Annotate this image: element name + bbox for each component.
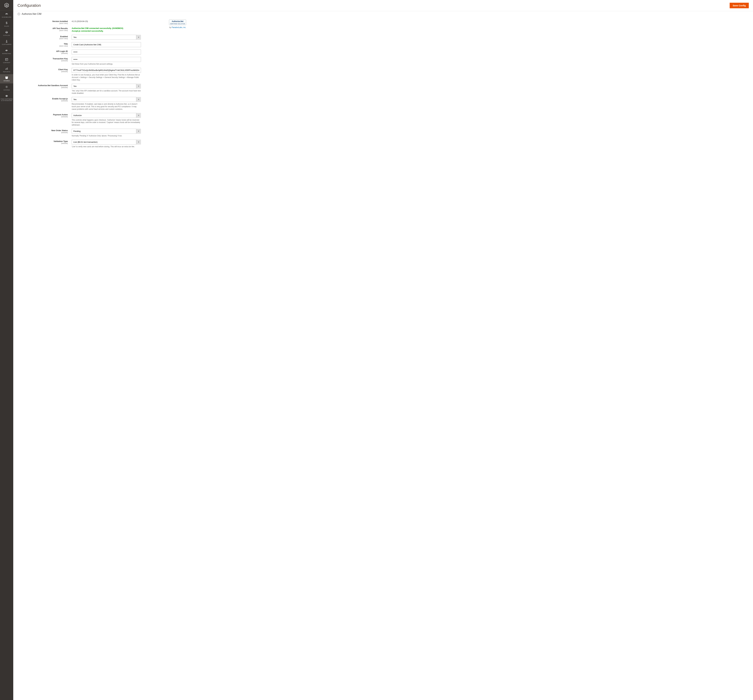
nav-sales[interactable]: $ SALES bbox=[0, 20, 13, 29]
field-scope: [store view] bbox=[17, 22, 68, 24]
field-api-login: API Login ID [website] bbox=[17, 50, 156, 55]
field-title: Title [store view] bbox=[17, 42, 156, 47]
field-note: This controls what happens upon checkout… bbox=[72, 119, 141, 126]
svg-rect-7 bbox=[7, 68, 8, 70]
vendor-credit: by ParadoxLabs, inc. bbox=[161, 27, 186, 28]
megaphone-icon bbox=[1, 49, 12, 52]
field-note: In order to use Accept.js, you must ente… bbox=[72, 73, 141, 81]
svg-rect-5 bbox=[5, 69, 6, 70]
store-icon bbox=[1, 76, 12, 80]
field-scope: [website] bbox=[17, 116, 68, 118]
vendor-link[interactable]: ParadoxLabs, inc. bbox=[172, 27, 186, 28]
client-key-input[interactable] bbox=[72, 68, 141, 73]
field-label: Enable Accept.js bbox=[17, 98, 68, 100]
field-label: Authorize.Net Sandbox Account bbox=[17, 84, 68, 87]
nav-customers[interactable]: CUSTOMERS bbox=[0, 38, 13, 47]
field-label: Payment Action bbox=[17, 114, 68, 116]
field-scope: [website] bbox=[17, 132, 68, 133]
field-scope: [website] bbox=[17, 142, 68, 144]
field-api-test: API Test Results [store view] Authorize.… bbox=[17, 27, 156, 32]
order-status-select[interactable]: Pending bbox=[72, 129, 141, 134]
field-label: API Login ID bbox=[17, 50, 68, 52]
nav-catalog[interactable]: CATALOG bbox=[0, 29, 13, 38]
field-label: New Order Status bbox=[17, 129, 68, 132]
nav-stores[interactable]: STORES bbox=[0, 74, 13, 83]
field-note: 'Live' to verify new cards are real befo… bbox=[72, 145, 141, 148]
field-client-key: Client Key [website] In order to use Acc… bbox=[17, 68, 156, 81]
nav-marketing[interactable]: MARKETING bbox=[0, 47, 13, 56]
field-label: Client Key bbox=[17, 69, 68, 70]
field-note: Recommended. If enabled, card data is se… bbox=[72, 103, 141, 110]
field-label: API Test Results bbox=[17, 27, 68, 30]
field-label: Title bbox=[17, 43, 68, 45]
nav-partners[interactable]: FIND PARTNERS & EXTENSIONS bbox=[0, 92, 13, 103]
bar-chart-icon bbox=[1, 67, 12, 70]
gauge-icon bbox=[1, 12, 12, 16]
field-transaction-key: Transaction Key [website] Get these from… bbox=[17, 57, 156, 65]
magento-logo[interactable] bbox=[0, 0, 13, 11]
title-input[interactable] bbox=[72, 42, 141, 47]
field-version: Version Installed [store view] 4.2.0 (20… bbox=[17, 20, 156, 24]
box-icon bbox=[1, 31, 12, 34]
field-payment-action: Payment Action [website] Authorize ▼ Thi… bbox=[17, 113, 156, 126]
field-sandbox: Authorize.Net Sandbox Account [website] … bbox=[17, 84, 156, 95]
field-note: Get these from your Authorize.Net accoun… bbox=[72, 63, 141, 65]
api-test-result: Authorize.Net CIM connected successfully… bbox=[72, 27, 141, 32]
acceptjs-select[interactable]: Yes bbox=[72, 97, 141, 102]
field-label: Enabled bbox=[17, 35, 68, 37]
section-title: Authorize.Net CIM bbox=[22, 12, 41, 16]
field-scope: [website] bbox=[17, 87, 68, 88]
field-scope: [store view] bbox=[17, 37, 68, 39]
transaction-key-input[interactable] bbox=[72, 57, 141, 62]
person-icon bbox=[1, 40, 12, 43]
field-scope: [website] bbox=[17, 70, 68, 72]
field-label: Version Installed bbox=[17, 20, 68, 22]
sandbox-select[interactable]: Yes bbox=[72, 84, 141, 89]
dollar-icon: $ bbox=[1, 21, 12, 25]
enabled-select[interactable]: Yes bbox=[72, 35, 141, 40]
field-acceptjs: Enable Accept.js [website] Yes ▼ Recomme… bbox=[17, 97, 156, 110]
partners-icon bbox=[1, 94, 12, 98]
field-scope: [store view] bbox=[17, 30, 68, 31]
svg-rect-2 bbox=[5, 58, 8, 61]
svg-text:$: $ bbox=[6, 22, 7, 25]
payment-action-select[interactable]: Authorize bbox=[72, 113, 141, 118]
svg-point-1 bbox=[6, 40, 7, 41]
field-enabled: Enabled [store view] Yes ▼ bbox=[17, 35, 156, 40]
field-scope: [website] bbox=[17, 60, 68, 62]
svg-rect-6 bbox=[6, 68, 7, 70]
layout-icon bbox=[1, 58, 12, 61]
field-label: Transaction Key bbox=[17, 58, 68, 60]
api-login-input[interactable] bbox=[72, 50, 141, 55]
field-scope: [website] bbox=[17, 52, 68, 54]
svg-point-8 bbox=[6, 86, 7, 87]
save-config-button[interactable]: Save Config bbox=[730, 3, 749, 8]
version-value: 4.2.0 (2019-04-23) bbox=[72, 20, 141, 22]
nav-system[interactable]: SYSTEM bbox=[0, 83, 13, 92]
nav-dashboard[interactable]: DASHBOARD bbox=[0, 11, 13, 20]
collapse-icon bbox=[17, 12, 20, 16]
page-title: Configuration bbox=[17, 3, 41, 8]
field-note: Normally 'Pending' if 'Authorize Only' a… bbox=[72, 134, 141, 137]
field-scope: [store view] bbox=[17, 45, 68, 47]
gear-icon bbox=[1, 85, 12, 89]
field-note: 'Yes' only if the API credentials are fo… bbox=[72, 90, 141, 95]
field-label: Validation Type bbox=[17, 140, 68, 142]
section-toggle-authnet[interactable]: Authorize.Net CIM bbox=[13, 11, 753, 17]
nav-reports[interactable]: REPORTS bbox=[0, 65, 13, 74]
field-order-status: New Order Status [website] Pending ▼ Nor… bbox=[17, 129, 156, 137]
main-content: Configuration Save Config Authorize.Net … bbox=[13, 0, 753, 700]
admin-sidebar: DASHBOARD $ SALES CATALOG CUSTOMERS MARK… bbox=[0, 0, 13, 700]
authorize-net-badge: Authorize.Net CERTIFIED SOLUTION bbox=[169, 20, 186, 25]
field-validation-type: Validation Type [website] Live ($0.01 te… bbox=[17, 140, 156, 148]
field-scope: [website] bbox=[17, 100, 68, 101]
nav-content[interactable]: CONTENT bbox=[0, 56, 13, 65]
validation-type-select[interactable]: Live ($0.01 test transaction) bbox=[72, 140, 141, 145]
